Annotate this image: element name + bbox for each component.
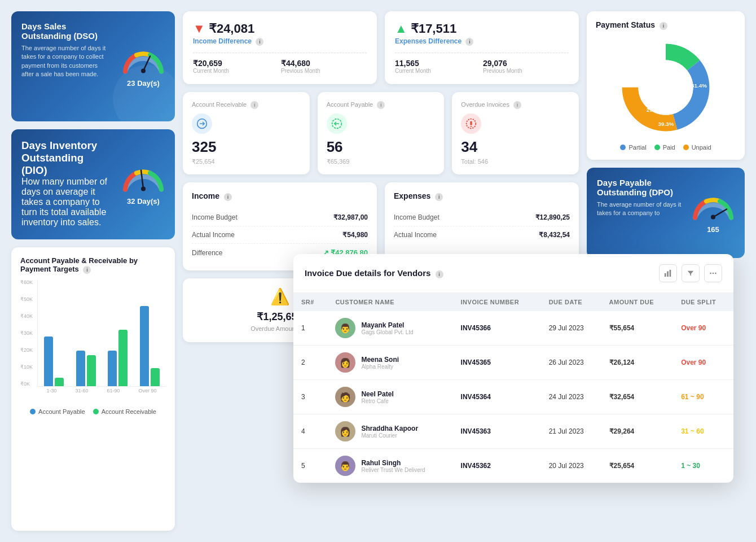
due-date-5: 20 Jul 2023 [541, 449, 601, 483]
income-budget-row: Income Budget ₹32,987,00 [192, 209, 368, 226]
dso-description: The average number of days it takes for … [21, 44, 112, 79]
legend-ap: Account Payable [30, 408, 85, 415]
bar-ap-61-90 [108, 351, 117, 386]
donut-svg: 29.3% 31.4% 39.3% [615, 37, 717, 138]
expenses-budget-row: Income Budget ₹12,890,25 [394, 209, 570, 226]
ap-icon [327, 113, 347, 134]
col-split: DUE SPLIT [673, 293, 733, 311]
legend-ar-dot [93, 409, 99, 414]
customer-company-4: Maruti Courier [361, 432, 418, 439]
cell-sr-5: 5 [293, 449, 327, 483]
amount-due-5: ₹25,654 [601, 449, 674, 483]
ar-icon [192, 113, 212, 134]
due-date-1: 29 Jul 2023 [541, 311, 601, 346]
legend-partial-dot [620, 145, 626, 150]
overdue-info[interactable]: i [513, 101, 521, 109]
modal-filter-btn[interactable] [682, 264, 700, 282]
svg-point-23 [715, 273, 717, 274]
expenses-diff-sub: 11,565 Current Month 29,076 Previous Mon… [395, 59, 569, 74]
legend-unpaid: Unpaid [683, 144, 711, 151]
cell-sr-2: 2 [293, 346, 327, 380]
dio-badge: 32 Day(s) [121, 164, 166, 205]
payment-status-info[interactable]: i [660, 22, 667, 30]
income-diff-info[interactable]: i [256, 38, 263, 46]
diff-row: ▼ ₹24,081 Income Difference i ₹20,659 Cu… [183, 11, 579, 84]
income-info[interactable]: i [224, 193, 232, 201]
modal-more-btn[interactable] [704, 264, 722, 282]
overdue-sub: Total: 546 [461, 158, 570, 165]
legend-ar: Account Receivable [93, 408, 156, 415]
left-column: Days Sales Outstanding (DSO) The average… [11, 11, 175, 531]
customer-name-3: Neel Patel [361, 390, 393, 398]
income-diff-label: Income Difference i [193, 37, 367, 46]
svg-point-22 [713, 273, 714, 274]
col-due-date: DUE DATE [541, 293, 601, 311]
svg-point-17 [711, 215, 715, 220]
dio-value: 32 Day(s) [121, 196, 166, 205]
col-customer: CUSTOMER NAME [327, 293, 452, 311]
customer-cell-2: 👩 Meena Soni Alpha Realty [335, 352, 445, 373]
expenses-previous: 29,076 Previous Month [483, 59, 569, 74]
customer-cell-3: 🧑 Neel Patel Retro Cafe [335, 387, 445, 407]
table-row: 1 👨 Mayank Patel Gags Global Pvt. Ltd IN… [293, 311, 733, 346]
svg-text:39.3%: 39.3% [658, 121, 674, 127]
income-diff-amount: ▼ ₹24,081 [193, 21, 367, 36]
svg-rect-19 [667, 272, 669, 277]
ar-metric-card: Account Receivable i 325 ₹25,654 [183, 92, 310, 174]
ar-value: 325 [192, 138, 301, 156]
legend-ar-label: Account Receivable [102, 408, 156, 415]
amount-due-4: ₹29,264 [601, 414, 674, 449]
dpo-value: 165 [691, 225, 736, 234]
dpo-description: The average number of days it takes for … [597, 200, 687, 218]
table-row: 2 👩 Meena Soni Alpha Realty INV45365 26 … [293, 346, 733, 380]
expenses-actual-row: Actual Income ₹8,432,54 [394, 226, 570, 243]
col-sr: SR# [293, 293, 327, 311]
invoice-num-1: INV45366 [461, 324, 491, 332]
overdue-metric-card: Overdue Invoices i 34 Total: 546 [452, 92, 579, 174]
due-split-2: Over 90 [681, 359, 706, 366]
expenses-diff-info[interactable]: i [465, 38, 473, 46]
svg-rect-18 [665, 273, 666, 277]
customer-cell-4: 👩 Shraddha Kapoor Maruti Courier [335, 421, 445, 442]
invoice-num-3: INV45364 [461, 393, 491, 401]
ar-info[interactable]: i [250, 101, 258, 109]
ar-sub: ₹25,654 [192, 158, 301, 165]
amount-due-2: ₹26,124 [601, 346, 674, 380]
invoice-num-2: INV45365 [461, 359, 491, 366]
legend-ap-dot [30, 409, 36, 414]
chart-legend: Account Payable Account Receivable [20, 408, 166, 415]
income-title: Income i [192, 191, 368, 201]
modal-info-icon[interactable]: i [436, 270, 443, 278]
ap-info[interactable]: i [377, 101, 385, 109]
modal-chart-btn[interactable] [659, 264, 677, 282]
dio-title: Days Inventory Outstanding (DIO) [21, 139, 112, 177]
dpo-card: Days Payable Outstanding (DPO) The avera… [587, 168, 745, 258]
table-header-row: SR# CUSTOMER NAME INVOICE NUMBER DUE DAT… [293, 293, 733, 311]
ap-chart-info[interactable]: i [83, 266, 91, 274]
invoice-table: SR# CUSTOMER NAME INVOICE NUMBER DUE DAT… [293, 293, 733, 483]
ap-metric-card: Account Payable i 56 ₹65,369 [318, 92, 445, 174]
cell-sr-1: 1 [293, 311, 327, 346]
ap-label: Account Payable i [327, 101, 436, 109]
overdue-value: 34 [461, 138, 570, 156]
avatar-2: 👩 [335, 352, 355, 373]
customer-company-5: Reliver Trust We Deliverd [361, 467, 425, 473]
legend-ap-label: Account Payable [38, 408, 85, 415]
expenses-current: 11,565 Current Month [395, 59, 481, 74]
expenses-info[interactable]: i [435, 193, 443, 201]
y-axis-labels: ₹60K ₹50K ₹40K ₹30K ₹20K ₹10K ₹0K [20, 279, 33, 387]
income-diff-card: ▼ ₹24,081 Income Difference i ₹20,659 Cu… [183, 11, 377, 84]
overdue-icon [461, 113, 481, 134]
legend-partial: Partial [620, 144, 646, 151]
expenses-diff-amount: ▲ ₹17,511 [395, 21, 569, 36]
cell-sr-3: 3 [293, 380, 327, 414]
due-split-5: 1 ~ 30 [681, 462, 700, 470]
legend-paid-dot [654, 145, 660, 150]
modal-title: Invoice Due details for Vendors i [305, 268, 443, 278]
x-axis-labels: 1-30 31-60 61-90 Over 90 [37, 388, 166, 394]
income-actual-row: Actual Income ₹54,980 [192, 226, 368, 244]
svg-rect-7 [471, 121, 472, 125]
customer-name-2: Meena Soni [361, 356, 399, 364]
payment-status-card: Payment Status i 29.3% [587, 11, 745, 160]
income-current: ₹20,659 Current Month [193, 59, 279, 74]
